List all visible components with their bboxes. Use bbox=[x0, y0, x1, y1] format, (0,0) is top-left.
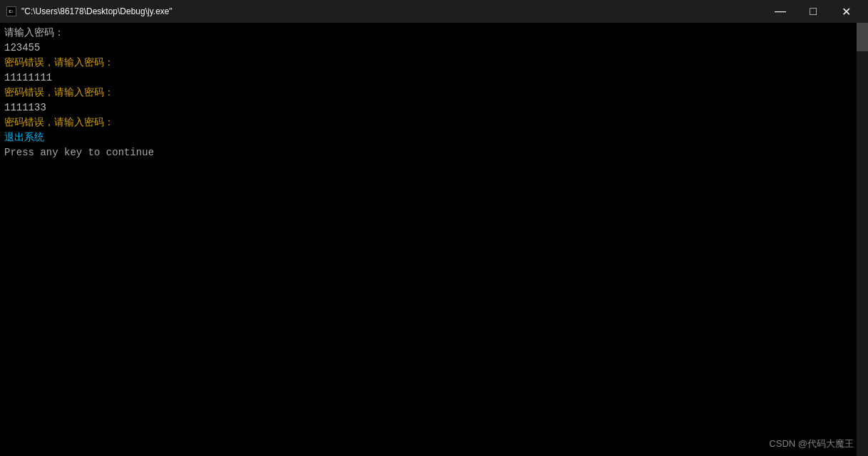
maximize-button[interactable]: □ bbox=[797, 0, 830, 23]
cmd-icon bbox=[6, 6, 16, 16]
minimize-button[interactable]: — bbox=[764, 0, 797, 23]
console-line: 1111133 bbox=[4, 100, 864, 115]
close-button[interactable]: ✕ bbox=[830, 0, 862, 23]
titlebar-controls: — □ ✕ bbox=[764, 0, 862, 23]
console-line: 123455 bbox=[4, 41, 864, 56]
console-line: 密码错误，请输入密码： bbox=[4, 115, 864, 130]
watermark: CSDN @代码大魔王 bbox=[769, 437, 854, 450]
console-line: 退出系统 bbox=[4, 130, 864, 145]
app-icon bbox=[6, 6, 17, 17]
scrollbar[interactable] bbox=[857, 23, 868, 456]
titlebar: "C:\Users\86178\Desktop\Debug\jy.exe" — … bbox=[0, 0, 868, 23]
press-any-key-line: Press any key to continue bbox=[4, 145, 864, 160]
scrollbar-thumb[interactable] bbox=[857, 23, 868, 51]
window: "C:\Users\86178\Desktop\Debug\jy.exe" — … bbox=[0, 0, 868, 456]
console-line: 请输入密码： bbox=[4, 26, 864, 41]
console-area: 请输入密码： 123455 密码错误，请输入密码： 11111111 密码错误，… bbox=[0, 23, 868, 456]
console-line: 11111111 bbox=[4, 71, 864, 86]
window-title: "C:\Users\86178\Desktop\Debug\jy.exe" bbox=[21, 6, 172, 16]
console-line: 密码错误，请输入密码： bbox=[4, 56, 864, 71]
console-line: 密码错误，请输入密码： bbox=[4, 86, 864, 100]
titlebar-left: "C:\Users\86178\Desktop\Debug\jy.exe" bbox=[6, 6, 172, 17]
